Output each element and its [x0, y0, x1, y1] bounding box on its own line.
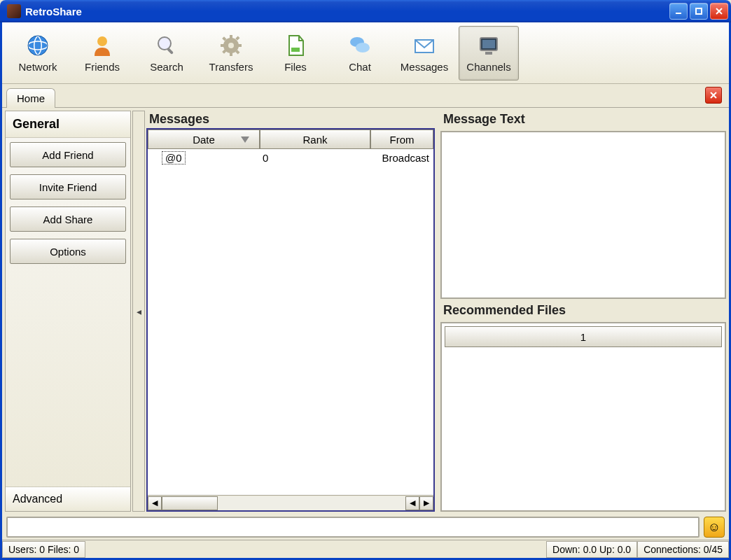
svg-point-20: [356, 43, 370, 52]
cell-rank: 0: [260, 149, 370, 166]
recommended-files-title: Recommended Files: [440, 302, 726, 319]
toolbar-label: Friends: [85, 61, 120, 73]
toolbar-transfers[interactable]: Transfers: [201, 26, 261, 80]
toolbar-label: Messages: [401, 61, 448, 73]
recommended-files-panel: 1: [440, 322, 726, 512]
scroll-right-button[interactable]: ▶: [419, 496, 433, 510]
svg-point-6: [158, 37, 171, 50]
messages-title: Messages: [146, 111, 435, 128]
app-icon: [7, 4, 21, 18]
invite-friend-button[interactable]: Invite Friend: [10, 174, 126, 200]
minimize-button[interactable]: [669, 3, 688, 20]
svg-rect-13: [237, 44, 242, 47]
tab-close-button[interactable]: [705, 87, 722, 104]
column-header-rank[interactable]: Rank: [260, 130, 370, 149]
table-row[interactable]: @0 0 Broadcast: [148, 149, 433, 166]
toolbar-label: Channels: [466, 61, 510, 73]
monitor-icon: [476, 33, 501, 58]
magnifier-icon: [154, 33, 179, 58]
toolbar-label: Files: [284, 61, 307, 73]
add-friend-button[interactable]: Add Friend: [10, 142, 126, 167]
close-button[interactable]: [710, 3, 728, 20]
toolbar-friends[interactable]: Friends: [72, 26, 132, 80]
svg-rect-12: [221, 44, 225, 47]
status-connections: Connections: 0/45: [637, 541, 729, 558]
svg-rect-18: [291, 48, 300, 52]
cell-date: @0: [162, 151, 186, 164]
svg-rect-1: [696, 8, 702, 14]
toolbar-files[interactable]: Files: [265, 26, 326, 80]
horizontal-scrollbar[interactable]: ◀ ◀ ▶: [148, 495, 433, 510]
sidebar: General Add Friend Invite Friend Add Sha…: [5, 111, 131, 512]
toolbar-network[interactable]: Network: [8, 26, 68, 80]
toolbar-messages[interactable]: Messages: [394, 26, 454, 80]
tab-row: Home: [2, 84, 729, 108]
window-title: RetroShare: [25, 6, 669, 18]
cell-from: Broadcast: [370, 149, 433, 166]
toolbar-label: Transfers: [209, 61, 253, 73]
bottom-input-row: ☺: [2, 514, 729, 540]
options-button[interactable]: Options: [10, 239, 126, 264]
status-users-files: Users: 0 Files: 0: [2, 541, 85, 558]
toolbar-channels[interactable]: Channels: [459, 26, 519, 80]
column-header-label: Date: [193, 134, 215, 146]
smiley-icon: ☺: [708, 520, 720, 535]
maximize-button[interactable]: [690, 3, 708, 20]
toolbar-search[interactable]: Search: [137, 26, 197, 80]
toolbar-chat[interactable]: Chat: [330, 26, 390, 80]
toolbar-label: Network: [18, 61, 57, 73]
scroll-left-button-2[interactable]: ◀: [405, 496, 419, 510]
svg-rect-10: [230, 35, 232, 39]
svg-rect-0: [676, 13, 681, 14]
chevron-left-icon: ◂: [137, 306, 141, 317]
status-down-up: Down: 0.0 Up: 0.0: [546, 541, 637, 558]
main-toolbar: Network Friends Search Transfers Files C…: [2, 22, 729, 84]
titlebar: RetroShare: [0, 0, 731, 22]
scroll-thumb[interactable]: [162, 496, 218, 510]
svg-point-5: [97, 36, 107, 46]
column-header-from[interactable]: From: [370, 130, 433, 149]
scroll-left-button[interactable]: ◀: [148, 496, 162, 510]
messages-header-row: Date Rank From: [148, 130, 433, 149]
messages-body[interactable]: @0 0 Broadcast: [148, 149, 433, 495]
message-input[interactable]: [6, 517, 699, 538]
message-text-area[interactable]: [440, 131, 726, 299]
sidebar-section-advanced[interactable]: Advanced: [6, 486, 130, 511]
sidebar-collapse-handle[interactable]: ◂: [132, 111, 145, 512]
globe-icon: [25, 33, 50, 58]
chat-icon: [347, 33, 373, 58]
svg-point-9: [228, 43, 234, 48]
recommended-files-column[interactable]: 1: [445, 326, 722, 347]
tab-home[interactable]: Home: [6, 88, 55, 108]
add-share-button[interactable]: Add Share: [10, 206, 126, 232]
toolbar-label: Search: [150, 61, 183, 73]
svg-rect-24: [485, 52, 492, 55]
column-header-date[interactable]: Date: [148, 130, 260, 149]
svg-rect-7: [167, 48, 174, 55]
emoji-button[interactable]: ☺: [704, 517, 725, 538]
sidebar-section-general[interactable]: General: [6, 111, 130, 138]
person-icon: [90, 33, 115, 58]
scroll-track[interactable]: [162, 496, 405, 510]
messages-panel: Date Rank From @0 0 Broadcast ◀ ◀ ▶: [146, 128, 435, 512]
envelope-icon: [412, 33, 437, 58]
message-text-title: Message Text: [440, 111, 726, 128]
gear-icon: [218, 33, 244, 58]
file-icon: [283, 33, 308, 58]
svg-rect-11: [230, 52, 232, 56]
svg-rect-23: [482, 40, 495, 48]
toolbar-label: Chat: [349, 61, 371, 73]
sort-desc-icon: [241, 136, 249, 143]
status-bar: Users: 0 Files: 0 Down: 0.0 Up: 0.0 Conn…: [2, 540, 729, 558]
